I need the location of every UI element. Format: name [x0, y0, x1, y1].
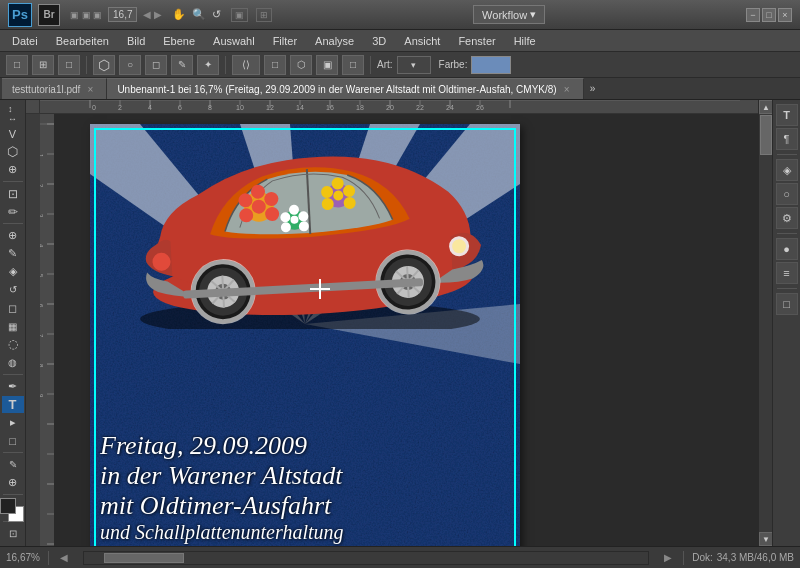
options-separator-2 [225, 56, 226, 74]
menu-ansicht[interactable]: Ansicht [396, 33, 448, 49]
shape-circle-btn[interactable]: ○ [119, 55, 141, 75]
foreground-color-swatch[interactable] [0, 498, 16, 514]
options-btn-extra1[interactable]: ⟨⟩ [232, 55, 260, 75]
nav-next-btn[interactable]: ▶ [661, 552, 675, 563]
lasso-tool[interactable]: ⬡ [2, 143, 24, 160]
workflow-button[interactable]: Workflow ▾ [473, 5, 545, 24]
healing-tool[interactable]: ⊕ [2, 227, 24, 244]
tool-separator-1 [3, 181, 23, 182]
tabs-overflow-btn[interactable]: » [584, 80, 602, 97]
pen-tool[interactable]: ✒ [2, 378, 24, 395]
view-options[interactable]: ▣ [231, 8, 248, 22]
selection-tool[interactable]: V [2, 125, 24, 142]
canvas-scroll-area[interactable]: Freitag, 29.09.2009 in der Warener Altst… [40, 114, 758, 546]
menu-bearbeiten[interactable]: Bearbeiten [48, 33, 117, 49]
path-selection[interactable]: ▸ [2, 414, 24, 431]
brush-options-btn[interactable]: ⬡ [93, 55, 115, 75]
brush-tool[interactable]: ✎ [2, 245, 24, 262]
scroll-up-btn[interactable]: ▲ [759, 100, 773, 114]
menu-3d[interactable]: 3D [364, 33, 394, 49]
custom-shape-btn[interactable]: ✦ [197, 55, 219, 75]
paragraph-panel-btn[interactable]: ¶ [776, 128, 798, 150]
paths-panel-btn[interactable]: ⚙ [776, 207, 798, 229]
gradient-tool[interactable]: ▦ [2, 318, 24, 335]
blur-tool[interactable]: ◌ [2, 336, 24, 353]
menu-ebene[interactable]: Ebene [155, 33, 203, 49]
menu-bild[interactable]: Bild [119, 33, 153, 49]
menu-fenster[interactable]: Fenster [450, 33, 503, 49]
scroll-thumb[interactable] [760, 115, 772, 155]
options-btn-extra5[interactable]: □ [342, 55, 364, 75]
title-bar: Ps Br ▣ ▣ ▣ 16,7 ◀ ▶ ✋ 🔍 ↺ ▣ ⊞ Workflow … [0, 0, 800, 30]
options-btn-extra3[interactable]: ⬡ [290, 55, 312, 75]
eyedropper-tool[interactable]: ✏ [2, 203, 24, 220]
doc-label: Dok: [692, 552, 713, 563]
menu-analyse[interactable]: Analyse [307, 33, 362, 49]
bridge-logo[interactable]: Br [38, 4, 60, 26]
photoshop-logo: Ps [8, 3, 32, 27]
hand-tool-icon[interactable]: ✋ [172, 8, 186, 21]
color-swatches[interactable] [0, 498, 26, 518]
tab-main-close[interactable]: × [561, 83, 573, 95]
options-btn-extra4[interactable]: ▣ [316, 55, 338, 75]
farbe-swatch[interactable] [471, 56, 511, 74]
options-btn-2[interactable]: ⊞ [32, 55, 54, 75]
tab-main[interactable]: Unbenannt-1 bei 16,7% (Freitag, 29.09.20… [107, 78, 583, 99]
minimize-button[interactable]: − [746, 8, 760, 22]
zoom-tool-left[interactable]: ⊕ [2, 474, 24, 491]
rotate-tool-icon[interactable]: ↺ [212, 8, 221, 21]
shape-tool[interactable]: □ [2, 432, 24, 449]
channels-panel-btn[interactable]: ○ [776, 183, 798, 205]
tab-pdf[interactable]: testtutoria1l.pdf × [2, 78, 107, 99]
layers-panel-btn[interactable]: ◈ [776, 159, 798, 181]
history-brush[interactable]: ↺ [2, 281, 24, 298]
artwork: Freitag, 29.09.2009 in der Warener Altst… [90, 124, 520, 546]
ruler-vertical-svg: 1 2 3 4 5 6 7 8 9 [40, 114, 54, 546]
title-bar-controls: − □ × [746, 8, 792, 22]
zoom-tool-icon[interactable]: 🔍 [192, 8, 206, 21]
dodge-tool[interactable]: ◍ [2, 354, 24, 371]
extra-panel-btn[interactable]: □ [776, 293, 798, 315]
nav-prev-btn[interactable]: ◀ [57, 552, 71, 563]
tool-separator-3 [3, 374, 23, 375]
eraser-tool[interactable]: ◻ [2, 300, 24, 317]
options-btn-1[interactable]: □ [6, 55, 28, 75]
close-button[interactable]: × [778, 8, 792, 22]
history-panel-btn[interactable]: ● [776, 238, 798, 260]
scrollbar-vertical[interactable]: ▲ ▼ [758, 100, 772, 546]
text-panel-btn[interactable]: T [776, 104, 798, 126]
menu-auswahl[interactable]: Auswahl [205, 33, 263, 49]
poster-line2: in der Warener Altstadt [100, 461, 510, 491]
layout-options[interactable]: ⊞ [256, 8, 272, 22]
menu-filter[interactable]: Filter [265, 33, 305, 49]
options-btn-3[interactable]: □ [58, 55, 80, 75]
tab-pdf-close[interactable]: × [84, 83, 96, 95]
art-dropdown[interactable]: ▾ [397, 56, 431, 74]
quick-mask-btn[interactable]: ⊡ [2, 525, 24, 542]
scroll-track[interactable] [759, 114, 772, 532]
options-btn-extra2[interactable]: □ [264, 55, 286, 75]
right-separator-3 [777, 288, 797, 289]
type-tool[interactable]: T [2, 396, 24, 413]
move-tool[interactable]: ↕↔ [2, 104, 24, 124]
actions-panel-btn[interactable]: ≡ [776, 262, 798, 284]
h-scroll-thumb[interactable] [104, 553, 184, 563]
restore-button[interactable]: □ [762, 8, 776, 22]
svg-text:6: 6 [40, 304, 44, 308]
menu-hilfe[interactable]: Hilfe [506, 33, 544, 49]
crop-tool[interactable]: ⊡ [2, 185, 24, 202]
svg-text:14: 14 [296, 104, 304, 111]
right-panel: T ¶ ◈ ○ ⚙ ● ≡ □ [772, 100, 800, 546]
shape-rect-btn[interactable]: ◻ [145, 55, 167, 75]
scroll-down-btn[interactable]: ▼ [759, 532, 773, 546]
svg-text:24: 24 [446, 104, 454, 111]
notes-tool[interactable]: ✎ [2, 456, 24, 473]
quick-select-tool[interactable]: ⊕ [2, 161, 24, 178]
status-separator-1 [48, 551, 49, 565]
pen-tool-btn[interactable]: ✎ [171, 55, 193, 75]
clone-tool[interactable]: ◈ [2, 263, 24, 280]
menu-datei[interactable]: Datei [4, 33, 46, 49]
scrollbar-horizontal[interactable] [83, 551, 649, 565]
canvas-wrapper[interactable]: 0 2 4 6 8 10 12 14 16 [40, 100, 758, 546]
right-separator-2 [777, 233, 797, 234]
